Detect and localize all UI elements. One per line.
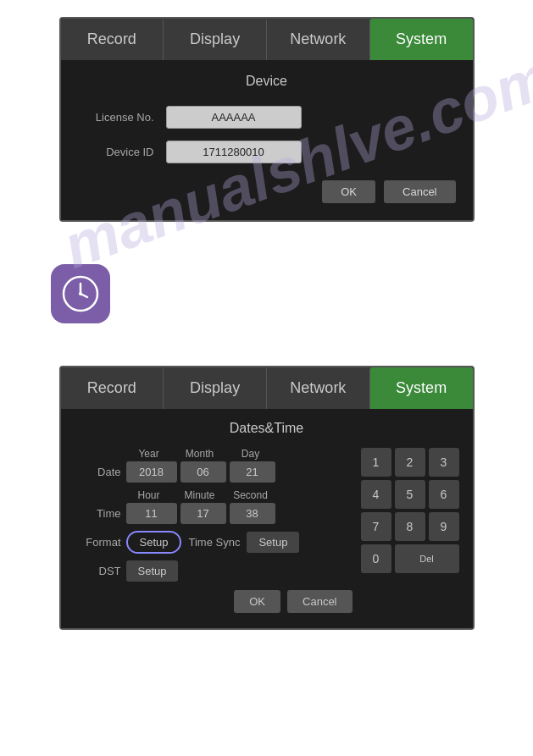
tab-bar-1: Record Display Network System <box>61 19 473 60</box>
tab-display-2[interactable]: Display <box>164 367 267 409</box>
numpad-7[interactable]: 7 <box>361 512 391 541</box>
clock-icon <box>62 275 99 312</box>
hour-input[interactable] <box>126 503 177 524</box>
tab-system-1[interactable]: System <box>370 19 473 60</box>
dst-label: DST <box>75 565 121 577</box>
numpad-8[interactable]: 8 <box>395 512 425 541</box>
dates-time-area: Year Month Day Date Hour Minute Second <box>75 448 459 613</box>
tab-bar-2: Record Display Network System <box>61 367 473 409</box>
svg-point-3 <box>79 292 82 295</box>
date-row: Date <box>75 461 353 483</box>
day-input[interactable] <box>230 461 275 483</box>
minute-col-label: Minute <box>175 489 225 501</box>
panel1-btn-row: OK Cancel <box>78 180 456 203</box>
numpad-6[interactable]: 6 <box>429 480 459 509</box>
cancel-button-1[interactable]: Cancel <box>384 180 455 203</box>
tab-record-2[interactable]: Record <box>61 367 164 409</box>
numpad-3[interactable]: 3 <box>429 448 459 477</box>
date-label: Date <box>75 466 121 478</box>
numpad-del[interactable]: Del <box>395 544 459 573</box>
license-input[interactable] <box>166 106 302 129</box>
ok-button-2[interactable]: OK <box>234 590 280 613</box>
deviceid-label: Device ID <box>78 146 154 158</box>
numpad-2[interactable]: 2 <box>395 448 425 477</box>
dst-row: DST Setup <box>75 560 353 582</box>
numpad-9[interactable]: 9 <box>429 512 459 541</box>
panel2-btn-row: OK Cancel <box>75 590 353 613</box>
panel1-title: Device <box>78 74 456 89</box>
minute-input[interactable] <box>180 503 226 524</box>
panel1-content: Device License No. Device ID OK Cancel <box>61 60 473 220</box>
numpad-1[interactable]: 1 <box>361 448 391 477</box>
numpad-0[interactable]: 0 <box>361 544 391 573</box>
hour-col-label: Hour <box>124 489 175 501</box>
numpad: 1 2 3 4 5 6 7 8 9 0 Del <box>361 448 459 613</box>
timesync-setup-button[interactable]: Setup <box>247 532 299 553</box>
panel2: Record Display Network System Dates&Time… <box>59 366 475 630</box>
clock-section <box>0 239 533 349</box>
format-row: Format Setup Time Sync Setup <box>75 531 353 554</box>
panel2-content: Dates&Time Year Month Day Date <box>61 409 473 628</box>
tab-network-1[interactable]: Network <box>267 19 370 60</box>
dst-setup-button[interactable]: Setup <box>126 560 179 582</box>
day-col-label: Day <box>225 448 276 460</box>
tab-display-1[interactable]: Display <box>164 19 267 60</box>
format-label: Format <box>75 536 121 549</box>
format-setup-button[interactable]: Setup <box>126 531 182 554</box>
second-col-label: Second <box>225 489 276 501</box>
numpad-4[interactable]: 4 <box>361 480 391 509</box>
year-input[interactable] <box>126 461 177 483</box>
tab-system-2[interactable]: System <box>370 367 473 409</box>
time-label: Time <box>75 507 121 520</box>
license-label: License No. <box>78 111 154 124</box>
tab-record-1[interactable]: Record <box>61 19 164 60</box>
time-row: Time <box>75 503 353 524</box>
deviceid-row: Device ID <box>78 141 456 163</box>
clock-app-icon[interactable] <box>51 264 110 323</box>
panel2-title: Dates&Time <box>75 421 459 436</box>
left-section: Year Month Day Date Hour Minute Second <box>75 448 353 613</box>
numpad-5[interactable]: 5 <box>395 480 425 509</box>
timesync-label: Time Sync <box>188 536 240 549</box>
deviceid-input[interactable] <box>166 141 302 163</box>
second-input[interactable] <box>230 503 275 524</box>
ok-button-1[interactable]: OK <box>322 180 375 203</box>
panel1: Record Display Network System Device Lic… <box>59 17 475 222</box>
month-col-label: Month <box>175 448 225 460</box>
tab-network-2[interactable]: Network <box>267 367 370 409</box>
cancel-button-2[interactable]: Cancel <box>287 590 352 613</box>
year-col-label: Year <box>124 448 175 460</box>
month-input[interactable] <box>180 461 226 483</box>
license-row: License No. <box>78 106 456 129</box>
